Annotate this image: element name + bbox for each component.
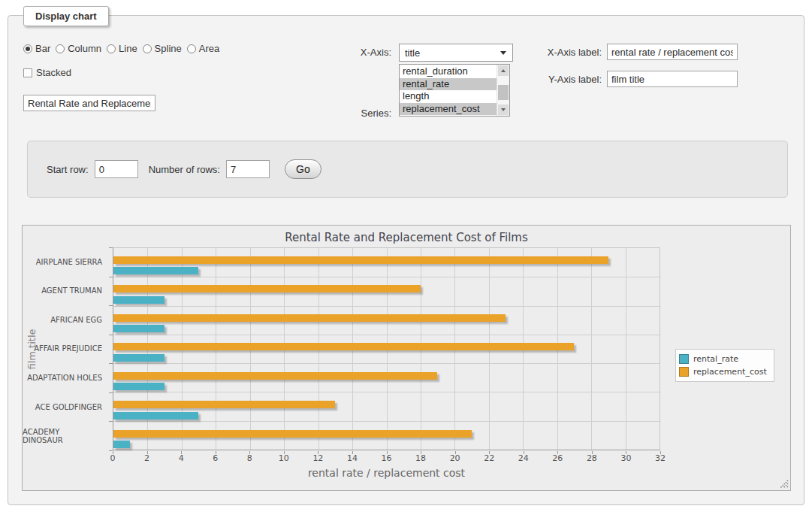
x-tick-label: 16 [382,453,392,463]
chart-type-option-spline[interactable]: Spline [143,43,182,54]
x-axis-select[interactable]: title [399,44,513,62]
y-axis-label-label: Y-Axis label: [527,74,602,85]
x-tick-mark [284,451,285,454]
bar-rental_rate[interactable] [113,383,165,390]
y-axis-label-input[interactable] [607,71,738,87]
gridline [626,248,626,450]
x-tick-mark [455,451,456,454]
y-tick-mark [109,305,113,306]
x-tick-mark [592,451,593,454]
chart-type-radio-group: BarColumnLineSplineArea [23,43,219,54]
bar-rental_rate[interactable] [113,325,165,332]
scrollbar[interactable] [497,65,509,116]
x-tick-mark [557,451,558,454]
legend-label: replacement_cost [693,367,767,377]
gridline [113,277,660,277]
radio-icon[interactable] [187,44,196,53]
chart-type-label: Column [68,43,101,54]
num-rows-input[interactable] [226,160,270,178]
chart-type-option-bar[interactable]: Bar [23,43,50,54]
chart-legend: rental_ratereplacement_cost [675,349,774,382]
radio-icon[interactable] [107,44,116,53]
x-tick-mark [387,451,388,454]
x-tick-label: 20 [450,453,460,463]
x-axis-label-label: X-Axis label: [527,47,602,58]
bar-rental_rate[interactable] [113,296,165,304]
x-tick-mark [660,451,661,454]
chart-type-label: Line [119,43,137,54]
y-category-label: ACADEMY DINOSAUR [23,421,107,450]
y-tick-mark [109,247,113,248]
x-tick-label: 12 [312,453,323,463]
y-tick-mark [109,392,113,393]
gridline [113,392,660,392]
bar-replacement_cost[interactable] [113,401,335,408]
series-option-rental_rate[interactable]: rental_rate [400,78,497,91]
fieldset-legend: Display chart [23,6,109,26]
bar-rental_rate[interactable] [113,267,198,274]
gridline [113,335,660,335]
x-tick-mark [181,451,182,454]
display-chart-fieldset: Display chart BarColumnLineSplineArea St… [8,15,804,505]
x-tick-label: 30 [620,453,631,463]
x-tick-mark [249,451,250,454]
x-tick-label: 0 [110,453,116,463]
x-axis-label-input[interactable] [607,44,738,60]
start-row-input[interactable] [95,160,138,178]
bar-replacement_cost[interactable] [113,285,421,292]
bar-replacement_cost[interactable] [113,430,472,438]
series-multiselect[interactable]: rental_durationrental_ratelengthreplacem… [399,64,510,117]
bar-rental_rate[interactable] [113,412,198,420]
chart-panel: Rental Rate and Replacement Cost of Film… [22,225,791,491]
x-tick-label: 28 [587,453,597,463]
go-button[interactable]: Go [285,159,321,179]
radio-icon[interactable] [143,44,152,53]
bar-rental_rate[interactable] [113,441,130,448]
y-category-label: AFRICAN EGG [23,305,107,335]
series-option-length[interactable]: length [400,90,497,103]
chart-title-input[interactable] [23,95,155,111]
x-tick-mark [113,451,113,454]
x-tick-mark [318,451,318,454]
series-options: rental_durationrental_ratelengthreplacem… [400,65,497,115]
scrollbar-up-icon[interactable] [498,65,509,76]
series-option-rental_duration[interactable]: rental_duration [400,65,497,78]
bar-replacement_cost[interactable] [113,343,574,350]
radio-icon[interactable] [56,44,65,53]
chart-type-label: Spline [155,43,182,54]
bar-replacement_cost[interactable] [113,314,506,322]
x-axis-select-label: X-Axis: [309,47,391,58]
x-tick-label: 10 [279,453,289,463]
y-category-label: ADAPTATION HOLES [23,363,107,392]
chart-type-option-column[interactable]: Column [56,43,101,54]
bar-replacement_cost[interactable] [113,372,437,380]
series-option-replacement_cost[interactable]: replacement_cost [400,103,497,116]
stacked-option[interactable]: Stacked [23,67,71,78]
row-controls-panel: Start row: Number of rows: Go [27,141,788,198]
x-tick-label: 26 [552,453,563,463]
x-tick-label: 2 [144,453,149,463]
x-tick-mark [626,451,626,454]
stacked-label: Stacked [36,67,71,78]
scrollbar-thumb[interactable] [498,85,509,100]
x-tick-mark [216,451,216,454]
x-tick-label: 8 [247,453,252,463]
chart-type-option-area[interactable]: Area [187,43,219,54]
gridline [113,421,660,422]
bar-rental_rate[interactable] [113,354,165,362]
x-tick-label: 18 [415,453,426,463]
scrollbar-down-icon[interactable] [498,105,509,115]
bar-replacement_cost[interactable] [113,256,608,264]
y-tick-mark [109,421,113,422]
resize-handle-icon[interactable] [780,480,789,489]
stacked-checkbox[interactable] [23,68,32,77]
start-row-label: Start row: [47,164,89,175]
gridline [113,306,660,307]
num-rows-label: Number of rows: [149,164,220,175]
x-tick-mark [421,451,421,454]
chart-title: Rental Rate and Replacement Cost of Film… [23,231,790,244]
y-tick-mark [109,277,113,277]
legend-label: rental_rate [693,354,738,364]
radio-icon[interactable] [23,44,32,53]
chart-type-option-line[interactable]: Line [107,43,137,54]
